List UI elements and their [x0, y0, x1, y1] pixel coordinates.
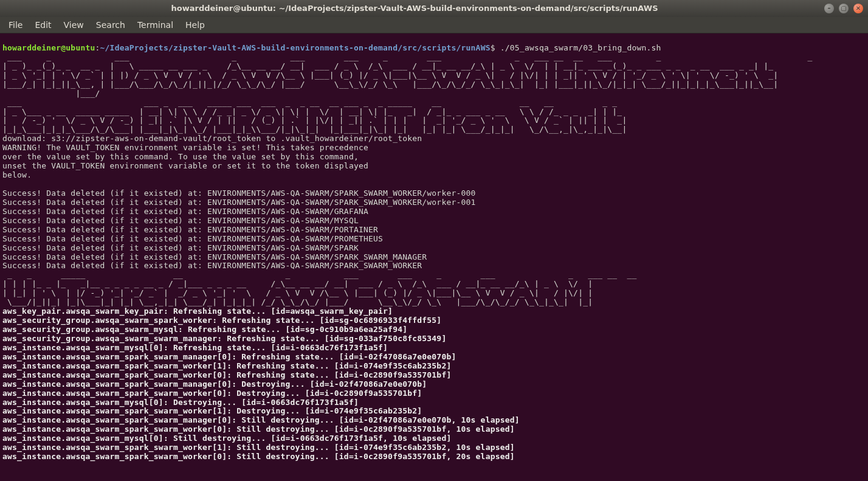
terraform-line: aws_instance.awsqa_swarm_spark_swarm_wor…: [2, 452, 515, 461]
output-line: download: s3://zipster-aws-on-demand-vau…: [2, 134, 422, 143]
output-line: Success! Data deleted (if it existed) at…: [2, 234, 383, 243]
menu-file[interactable]: File: [4, 19, 27, 31]
minimize-icon[interactable]: –: [824, 4, 834, 13]
output-line: Success! Data deleted (if it existed) at…: [2, 198, 476, 207]
menu-edit[interactable]: Edit: [30, 19, 56, 31]
terraform-line: aws_instance.awsqa_swarm_mysql[0]: Still…: [2, 434, 451, 443]
output-line: Success! Data deleted (if it existed) at…: [2, 252, 427, 261]
ascii-banner-remove-env: ___ ___ _ ___ _____ ___ ___ _ _ __ __ __…: [2, 98, 632, 134]
ascii-banner-unterraform: _ _ _____ __ _ ___ ___ _ ___ _ ___ __ __…: [2, 270, 642, 306]
terraform-line: aws_instance.awsqa_swarm_spark_swarm_man…: [2, 352, 456, 361]
terraform-line: aws_security_group.awsqa_swarm_spark_wor…: [2, 316, 441, 325]
output-line: WARNING! The VAULT_TOKEN environment var…: [2, 143, 368, 152]
terminal-viewport[interactable]: howarddeiner@ubuntu:~/IdeaProjects/zipst…: [0, 33, 868, 481]
terraform-line: aws_instance.awsqa_swarm_spark_swarm_wor…: [2, 406, 422, 415]
output-line: Success! Data deleted (if it existed) at…: [2, 216, 359, 225]
terraform-line: aws_instance.awsqa_swarm_mysql[0]: Refre…: [2, 343, 388, 352]
terraform-line: aws_instance.awsqa_swarm_spark_swarm_wor…: [2, 443, 515, 452]
prompt-dollar: $: [491, 43, 495, 52]
output-line: unset the VAULT_TOKEN environment variab…: [2, 161, 368, 170]
prompt-separator: :: [95, 43, 100, 52]
menu-help[interactable]: Help: [181, 19, 210, 31]
output-line: Success! Data deleted (if it existed) at…: [2, 225, 378, 234]
menu-view[interactable]: View: [59, 19, 89, 31]
terraform-line: aws_key_pair.awsqa_swarm_key_pair: Refre…: [2, 306, 393, 316]
window-titlebar: howarddeiner@ubuntu: ~/IdeaProjects/zips…: [0, 0, 868, 17]
output-line: Success! Data deleted (if it existed) at…: [2, 207, 368, 216]
maximize-icon[interactable]: ▢: [839, 4, 849, 13]
close-icon[interactable]: ✕: [853, 4, 863, 13]
terraform-line: aws_instance.awsqa_swarm_mysql[0]: Destr…: [2, 398, 359, 407]
window-title: howarddeiner@ubuntu: ~/IdeaProjects/zips…: [5, 4, 824, 13]
terraform-line: aws_security_group.awsqa_swarm_swarm_man…: [2, 334, 446, 343]
ascii-banner-bring-down: ___ _ ___ _ ___ ___ _ ___ _ ___ __ __ __…: [2, 52, 827, 98]
output-line: Success! Data deleted (if it existed) at…: [2, 261, 422, 270]
output-line: Success! Data deleted (if it existed) at…: [2, 189, 476, 198]
menu-search[interactable]: Search: [91, 19, 130, 31]
terraform-line: aws_instance.awsqa_swarm_spark_swarm_man…: [2, 379, 427, 389]
output-line: Success! Data deleted (if it existed) at…: [2, 243, 359, 252]
menubar: File Edit View Search Terminal Help: [0, 17, 868, 33]
menu-terminal[interactable]: Terminal: [133, 19, 178, 31]
prompt-user-host: howarddeiner@ubuntu: [2, 43, 95, 52]
window-controls: – ▢ ✕: [824, 4, 863, 13]
terraform-line: aws_instance.awsqa_swarm_spark_swarm_wor…: [2, 370, 451, 379]
terraform-line: aws_instance.awsqa_swarm_spark_swarm_wor…: [2, 361, 451, 370]
terraform-line: aws_instance.awsqa_swarm_spark_swarm_man…: [2, 415, 520, 424]
terraform-line: aws_instance.awsqa_swarm_spark_swarm_wor…: [2, 424, 515, 434]
prompt-path: ~/IdeaProjects/zipster-Vault-AWS-build-e…: [100, 43, 491, 52]
output-line: over the value set by this command. To u…: [2, 152, 359, 161]
terraform-line: aws_security_group.awsqa_swarm_mysql: Re…: [2, 325, 407, 334]
terraform-line: aws_instance.awsqa_swarm_spark_swarm_wor…: [2, 389, 422, 398]
entered-command: ./05_awsqa_swarm/03_bring_down.sh: [500, 43, 661, 52]
output-line: below.: [2, 170, 32, 179]
